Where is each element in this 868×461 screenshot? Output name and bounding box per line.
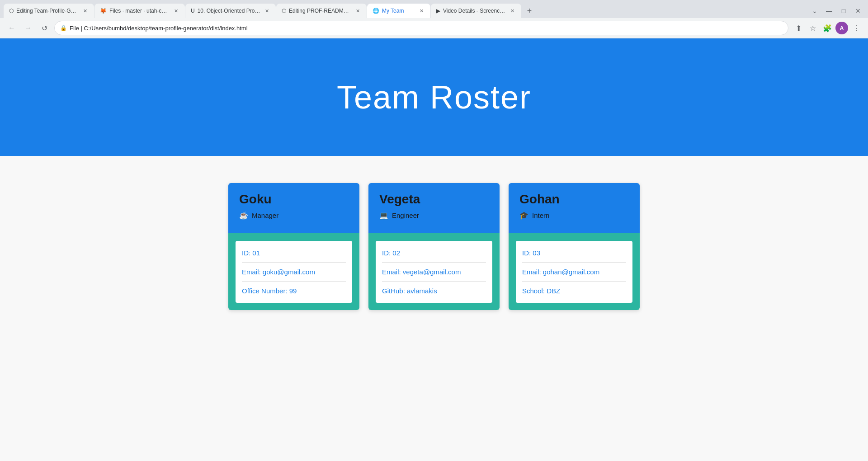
tab-close-tab4[interactable]: ✕	[354, 7, 361, 14]
address-bar-row: ← → ↺ 🔒 File | C:/Users/bumbd/desktop/te…	[0, 18, 868, 38]
card-info-box-0: ID: 01 Email: goku@gmail.com Office Numb…	[236, 241, 352, 303]
card-role-label-0: Manager	[252, 212, 278, 219]
card-divider-0	[228, 233, 359, 236]
extensions-button[interactable]: 🧩	[821, 22, 834, 34]
tab-tab6[interactable]: ▶Video Details - Screencasti...✕	[431, 4, 521, 18]
card-header-2: Gohan 🎓 Intern	[509, 183, 640, 233]
new-tab-button[interactable]: +	[523, 5, 536, 17]
card-role-icon-0: ☕	[239, 211, 248, 220]
tab-close-tab2[interactable]: ✕	[172, 7, 179, 14]
maximize-button[interactable]: □	[837, 5, 850, 17]
page-header: Team Roster	[0, 38, 868, 156]
card-header-0: Goku ☕ Manager	[228, 183, 359, 233]
cards-container: Goku ☕ Manager ID: 01 Email: goku@gmail.…	[163, 174, 705, 319]
card-info-box-1: ID: 02 Email: vegeta@gmail.com GitHub: a…	[376, 241, 492, 303]
card-role-1: 💻 Engineer	[379, 211, 489, 227]
card-name-1: Vegeta	[379, 192, 489, 207]
tab-label-tab3: 10. Object-Oriented Progra...	[198, 8, 260, 14]
back-button[interactable]: ←	[5, 22, 18, 34]
page-content: Goku ☕ Manager ID: 01 Email: goku@gmail.…	[0, 156, 868, 461]
card-id-2: ID: 03	[522, 244, 626, 263]
card-id-1: ID: 02	[382, 244, 486, 263]
browser-chrome: ⬡Editing Team-Profile-Gene...✕🦊Files · m…	[0, 0, 868, 38]
tab-close-tab1[interactable]: ✕	[81, 7, 89, 14]
address-text: File | C:/Users/bumbd/desktop/team-profi…	[70, 25, 248, 32]
tab-close-tab5[interactable]: ✕	[418, 7, 425, 14]
tab-favicon-tab3: U	[191, 8, 195, 14]
share-button[interactable]: ⬆	[792, 22, 805, 34]
tab-favicon-tab5: 🌐	[373, 8, 379, 14]
card-divider-1	[368, 233, 500, 236]
card-header-1: Vegeta 💻 Engineer	[368, 183, 500, 233]
tab-label-tab2: Files · master · utah-coding	[109, 8, 170, 14]
card-role-icon-2: 🎓	[519, 211, 528, 220]
tab-favicon-tab2: 🦊	[100, 8, 107, 14]
profile-avatar[interactable]: A	[835, 22, 848, 34]
tab-tab3[interactable]: U10. Object-Oriented Progra...✕	[185, 4, 276, 18]
tab-search-button[interactable]: ⌄	[808, 5, 821, 17]
card-extra-2: School: DBZ	[522, 282, 626, 300]
card-email-2: Email: gohan@gmail.com	[522, 263, 626, 282]
card-email-1: Email: vegeta@gmail.com	[382, 263, 486, 282]
team-card-0: Goku ☕ Manager ID: 01 Email: goku@gmail.…	[228, 183, 359, 310]
minimize-button[interactable]: —	[823, 5, 835, 17]
close-button[interactable]: ✕	[852, 5, 864, 17]
tab-tab2[interactable]: 🦊Files · master · utah-coding✕	[94, 4, 185, 18]
card-info-box-2: ID: 03 Email: gohan@gmail.com School: DB…	[516, 241, 632, 303]
card-body-1: ID: 02 Email: vegeta@gmail.com GitHub: a…	[368, 236, 500, 310]
tab-bar: ⬡Editing Team-Profile-Gene...✕🦊Files · m…	[0, 0, 868, 18]
tab-label-tab1: Editing Team-Profile-Gene...	[16, 8, 79, 14]
toolbar-right: ⬆ ☆ 🧩 A ⋮	[792, 22, 863, 34]
tab-favicon-tab1: ⬡	[9, 8, 14, 14]
card-role-2: 🎓 Intern	[519, 211, 629, 227]
menu-button[interactable]: ⋮	[850, 22, 863, 34]
page-title: Team Roster	[337, 79, 531, 116]
tab-close-tab6[interactable]: ✕	[509, 7, 516, 14]
tab-label-tab6: Video Details - Screencasti...	[443, 8, 506, 14]
refresh-button[interactable]: ↺	[38, 22, 51, 34]
forward-button[interactable]: →	[22, 22, 34, 34]
card-name-2: Gohan	[519, 192, 629, 207]
tab-tab1[interactable]: ⬡Editing Team-Profile-Gene...✕	[4, 4, 94, 18]
card-id-0: ID: 01	[242, 244, 346, 263]
team-card-2: Gohan 🎓 Intern ID: 03 Email: gohan@gmail…	[509, 183, 640, 310]
card-email-0: Email: goku@gmail.com	[242, 263, 346, 282]
tab-label-tab4: Editing PROF-README-GE...	[289, 8, 351, 14]
card-body-0: ID: 01 Email: goku@gmail.com Office Numb…	[228, 236, 359, 310]
card-role-label-2: Intern	[532, 212, 549, 219]
card-role-icon-1: 💻	[379, 211, 388, 220]
tab-tab4[interactable]: ⬡Editing PROF-README-GE...✕	[276, 4, 367, 18]
card-role-label-1: Engineer	[392, 212, 419, 219]
team-card-1: Vegeta 💻 Engineer ID: 02 Email: vegeta@g…	[368, 183, 500, 310]
card-body-2: ID: 03 Email: gohan@gmail.com School: DB…	[509, 236, 640, 310]
tab-label-tab5: My Team	[382, 8, 415, 14]
tab-favicon-tab6: ▶	[436, 8, 440, 14]
address-bar[interactable]: 🔒 File | C:/Users/bumbd/desktop/team-pro…	[54, 21, 788, 35]
window-controls: ⌄ — □ ✕	[808, 5, 864, 17]
card-extra-1: GitHub: avlamakis	[382, 282, 486, 300]
tab-tab5[interactable]: 🌐My Team✕	[367, 4, 430, 18]
card-extra-0: Office Number: 99	[242, 282, 346, 300]
tab-close-tab3[interactable]: ✕	[263, 7, 270, 14]
card-role-0: ☕ Manager	[239, 211, 349, 227]
card-divider-2	[509, 233, 640, 236]
card-name-0: Goku	[239, 192, 349, 207]
tab-favicon-tab4: ⬡	[282, 8, 286, 14]
bookmark-button[interactable]: ☆	[807, 22, 819, 34]
